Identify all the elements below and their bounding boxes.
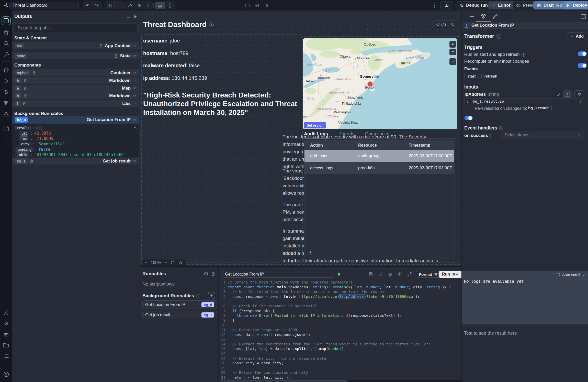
sidebar-item-apps[interactable] xyxy=(3,17,9,24)
editor-tab[interactable]: Editor xyxy=(489,2,513,9)
selected-runnable-header[interactable]: f Get Location From IP xyxy=(462,22,588,29)
sidebar-item-add[interactable] xyxy=(3,138,9,144)
dark-theme-button[interactable]: ☾ xyxy=(144,2,153,9)
trigger-start-toggle[interactable] xyxy=(578,51,587,56)
panel-layout-2-button[interactable] xyxy=(254,3,259,8)
undo-button[interactable]: ↶ xyxy=(83,2,92,9)
sidebar-item-home[interactable] xyxy=(3,67,9,73)
refresh-all-button[interactable]: (2) xyxy=(434,21,448,28)
zoom-in-button[interactable]: + xyxy=(165,260,167,265)
tab-threats[interactable]: Threats xyxy=(338,130,355,138)
sidebar-item-help[interactable] xyxy=(3,371,9,378)
sidebar-item-search[interactable] xyxy=(3,40,9,47)
draft-button[interactable]: Draft ⌘S xyxy=(533,1,566,9)
expand-icon[interactable] xyxy=(579,100,583,103)
collapse-panel-icon[interactable] xyxy=(580,13,587,20)
column-header-action[interactable]: Action xyxy=(304,143,353,148)
jobs-history-button[interactable] xyxy=(448,21,457,28)
event-badge-refresh[interactable]: refresh xyxy=(481,73,501,79)
tree-row-jobId[interactable]: jobId:"0199390f-2843-ceac-dc03-cf8b242a1… xyxy=(12,152,125,157)
editor-settings-icon[interactable]: ⚙ xyxy=(388,272,393,277)
zoom-out-button[interactable]: − xyxy=(145,260,147,265)
tab-audit-logs[interactable]: Audit Logs xyxy=(303,130,329,138)
bounds-toggle-button[interactable]: |0| xyxy=(105,2,114,9)
sidebar-item-schedules[interactable] xyxy=(3,125,9,132)
eval-mode-button[interactable]: f xyxy=(563,90,572,98)
on-success-select[interactable]: Select items xyxy=(502,131,584,139)
output-row-a[interactable]: a Map xyxy=(12,84,139,92)
set-region-button[interactable]: Set region xyxy=(304,122,326,128)
sidebar-item-folders[interactable] xyxy=(3,342,9,348)
table-row[interactable]: access_logsprod-k8s2025-03-30T17:03:00Z xyxy=(304,162,454,174)
sidebar-item-triggers[interactable] xyxy=(3,111,9,117)
output-row-f[interactable]: f Tabs xyxy=(12,100,139,107)
map-component[interactable]: QuébecOttawaMontréalNew BrunswickNova Sc… xyxy=(303,38,457,129)
sidebar-item-runs[interactable] xyxy=(3,78,9,84)
add-runnable-button[interactable] xyxy=(208,292,215,299)
table-row[interactable]: add_useraudit-group2025-03-30T17:00:00Z xyxy=(304,150,454,162)
add-transformer-button[interactable]: Add xyxy=(567,32,587,40)
tree-row-lon[interactable]: lon:-71.0995 xyxy=(12,136,53,141)
kebab-menu-icon[interactable]: ⋮ xyxy=(432,2,437,8)
docs-button[interactable] xyxy=(440,1,453,9)
trigger-recompute-toggle[interactable] xyxy=(578,63,587,68)
tab-styling[interactable] xyxy=(492,13,498,20)
database-icon[interactable] xyxy=(368,272,373,277)
redo-button[interactable]: ↷ xyxy=(92,2,101,9)
delete-icon[interactable] xyxy=(397,272,402,277)
map-locate-button[interactable] xyxy=(449,58,456,65)
close-icon[interactable] xyxy=(578,133,581,137)
sidebar-item-ai[interactable] xyxy=(3,51,9,58)
deploy-button[interactable]: Deploy xyxy=(562,1,588,9)
output-row-h[interactable]: h Markdown xyxy=(12,77,139,84)
autoscroll-control[interactable]: Auto scroll ✓ xyxy=(556,272,586,277)
reeval-badge[interactable]: bg_1.result xyxy=(525,105,552,111)
expand-editor-icon[interactable] xyxy=(407,272,412,277)
reeval-toggle[interactable] xyxy=(465,116,473,120)
tree-row-result[interactable]: result:− xyxy=(12,125,42,130)
pan-tool-button[interactable] xyxy=(178,261,183,265)
app-canvas[interactable]: Threat Dashboardi (2) username: jdoehost… xyxy=(139,11,461,266)
input-expression-editor[interactable]: 1 bg_1.result.ip xyxy=(464,99,584,104)
column-header-resource[interactable]: Resource xyxy=(353,143,403,148)
map-zoom-out-button[interactable]: − xyxy=(449,49,456,55)
download-icon[interactable] xyxy=(308,250,313,255)
bg1-output-row[interactable]: bg_1 Get job result xyxy=(12,157,139,165)
output-row-state[interactable]: state State xyxy=(12,52,139,59)
code-area[interactable]: 1// Define the main function with the re… xyxy=(219,280,461,381)
doc-icon[interactable] xyxy=(133,14,138,19)
ai-wand-button[interactable] xyxy=(125,2,135,9)
mobile-view-button[interactable] xyxy=(165,2,175,9)
output-row-topbar[interactable]: topbar Container xyxy=(12,69,139,76)
runnable-item-bg_0[interactable]: Get Location From IP bg_0 xyxy=(142,300,217,309)
sidebar-item-variables[interactable]: $ xyxy=(3,89,9,95)
sidebar-item-account[interactable] xyxy=(3,310,9,316)
doc-icon[interactable] xyxy=(211,272,215,276)
search-icon[interactable] xyxy=(133,125,137,129)
collapse-node-button[interactable]: − xyxy=(36,126,42,130)
panel-layout-1-button[interactable] xyxy=(245,3,250,8)
desktop-view-button[interactable] xyxy=(155,2,165,9)
sidebar-item-resources[interactable] xyxy=(3,100,9,106)
tree-row-lat[interactable]: lat:42.3876 xyxy=(12,130,51,136)
light-theme-button[interactable]: ☀ xyxy=(135,2,144,9)
static-mode-button[interactable] xyxy=(555,90,563,98)
horizontal-scrollbar[interactable] xyxy=(219,380,461,381)
output-row-b[interactable]: b Markdown xyxy=(12,92,139,99)
tree-row-city[interactable]: city:"Somerville" xyxy=(12,141,65,147)
fit-view-button[interactable] xyxy=(171,261,175,265)
panel-layout-3-button[interactable] xyxy=(263,3,268,8)
map-zoom-in-button[interactable]: + xyxy=(449,41,456,48)
tree-row-loading[interactable]: loading:false xyxy=(12,147,50,152)
collapse-panel-icon[interactable] xyxy=(126,14,131,19)
tab-compliance[interactable]: Compliance xyxy=(364,130,390,138)
collapse-panel-icon[interactable] xyxy=(204,272,208,276)
sidebar-item-workers[interactable] xyxy=(3,331,9,338)
scrollbar-thumb[interactable] xyxy=(219,380,347,381)
outputs-search-input[interactable]: Search outputs... xyxy=(14,24,138,32)
tab-insert[interactable] xyxy=(469,13,475,20)
column-header-timestamp[interactable]: Timestamp xyxy=(403,143,454,148)
runnable-item-bg_1[interactable]: Get job result bg_1 xyxy=(142,311,217,319)
sidebar-item-favorites[interactable] xyxy=(3,29,9,36)
runnable-name-input[interactable]: Get Location From IP xyxy=(222,271,334,278)
